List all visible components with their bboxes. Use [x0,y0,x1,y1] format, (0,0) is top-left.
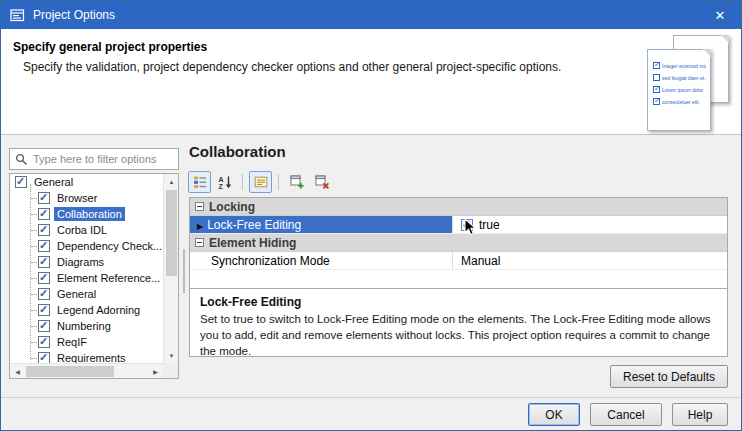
checkbox-icon[interactable] [38,208,50,220]
checkbox-icon[interactable] [38,192,50,204]
property-label: Lock-Free Editing [207,218,301,232]
checkbox-icon [653,74,660,81]
tree-item-reqif[interactable]: ReqIF [10,334,163,350]
window-title: Project Options [33,8,115,22]
checkbox-icon[interactable] [38,224,50,236]
property-grid: Locking Lock-Free Editing true Element H… [190,198,727,289]
expand-row-icon[interactable] [197,218,203,232]
checkbox-icon[interactable] [38,256,50,268]
expand-all-button[interactable] [285,171,308,193]
illustration-text: sed feugiat diam et. [662,75,706,81]
description-body: Set to true to switch to Lock-Free Editi… [200,312,717,356]
illustration-text: consectetuer elit. [662,99,700,105]
project-options-dialog: Project Options ✕ Specify general projec… [0,0,742,431]
group-label: Element Hiding [209,236,296,250]
tree-item-label: Browser [54,191,100,205]
ok-button[interactable]: OK [528,403,580,426]
expand-all-icon [290,175,304,189]
group-row-locking[interactable]: Locking [190,198,727,216]
tree-item-general[interactable]: General [10,286,163,302]
reset-to-defaults-button[interactable]: Reset to Defaults [610,365,728,388]
tree-item-collaboration[interactable]: Collaboration [10,206,163,222]
illustration-row: Integer euismod mollis [653,62,706,69]
tree-item-numbering[interactable]: Numbering [10,318,163,334]
group-row-element-hiding[interactable]: Element Hiding [190,234,727,252]
illustration-text: Integer euismod mollis [662,63,706,69]
banner-description: Specify the validation, project dependen… [23,60,561,74]
close-button[interactable]: ✕ [699,1,741,29]
scroll-right-icon[interactable] [148,364,163,379]
tree-item-dependency-checker[interactable]: Dependency Check... [10,238,163,254]
banner: Specify general project properties Speci… [1,29,741,135]
illustration-row: sed feugiat diam et. [653,74,706,81]
search-icon [15,153,28,166]
collapse-group-icon[interactable] [195,238,204,247]
property-row-lock-free-editing[interactable]: Lock-Free Editing true [190,216,727,234]
checkbox-icon [653,86,660,93]
alphabetical-sort-icon: A Z [218,175,232,189]
property-value: true [479,218,500,232]
property-pane: Locking Lock-Free Editing true Element H… [189,197,728,357]
tree-item-label: ReqIF [54,335,90,349]
show-description-icon [254,175,268,189]
categorized-view-button[interactable] [188,171,211,193]
group-label: Locking [209,200,255,214]
svg-text:A: A [218,175,223,182]
tree-item-corba-idl[interactable]: Corba IDL [10,222,163,238]
tree-item-label: Requirements [54,351,128,363]
property-row-synchronization-mode[interactable]: Synchronization Mode Manual [190,252,727,270]
illustration-front-page: Integer euismod mollis sed feugiat diam … [647,49,711,131]
vertical-scrollbar-thumb[interactable] [166,190,177,276]
tree-item-label: Numbering [54,319,114,333]
checkbox-icon [653,98,660,105]
checkbox-icon[interactable] [38,320,50,332]
help-button[interactable]: Help [672,403,728,426]
tree-item-label: Element Reference... [54,271,163,285]
tree-item-label: Diagrams [54,255,107,269]
scroll-up-icon[interactable] [164,174,179,189]
checkbox-icon[interactable] [38,336,50,348]
alphabetical-sort-button[interactable]: A Z [213,171,236,193]
title-bar[interactable]: Project Options ✕ [1,1,741,29]
filter-input[interactable] [33,153,173,165]
toolbar-separator [242,174,243,190]
property-value: Manual [461,254,500,268]
checkbox-icon[interactable] [38,352,50,363]
horizontal-scrollbar-thumb[interactable] [26,366,114,377]
mouse-cursor [464,218,476,236]
checkbox-icon [653,62,660,69]
cancel-button[interactable]: Cancel [590,403,662,426]
footer-separator [1,397,741,398]
description-panel: Lock-Free Editing Set to true to switch … [190,289,727,356]
collapse-all-button[interactable] [310,171,333,193]
properties-toolbar: A Z [188,170,333,193]
tree-item-element-references[interactable]: Element Reference... [10,270,163,286]
illustration-text: Lorem ipsum dolor [662,87,703,93]
tree-item-general-root[interactable]: General [10,174,163,190]
checkbox-icon[interactable] [15,176,27,188]
checkbox-icon[interactable] [38,288,50,300]
scrollbar-corner [163,363,178,378]
collapse-group-icon[interactable] [195,202,204,211]
tree-item-diagrams[interactable]: Diagrams [10,254,163,270]
panel-splitter[interactable] [183,249,185,293]
banner-title: Specify general project properties [13,40,207,54]
checkbox-icon[interactable] [38,272,50,284]
checklist-illustration: Integer euismod mollis sed feugiat diam … [647,35,729,131]
tree-item-requirements[interactable]: Requirements [10,350,163,363]
tree-item-label: Collaboration [54,207,125,221]
window-icon [10,8,25,23]
checkbox-icon[interactable] [38,304,50,316]
checkbox-icon[interactable] [38,240,50,252]
tree-horizontal-scrollbar[interactable] [10,363,163,378]
tree-item-legend-adorning[interactable]: Legend Adorning [10,302,163,318]
scroll-down-icon[interactable] [164,348,179,363]
tree-item-browser[interactable]: Browser [10,190,163,206]
tree-vertical-scrollbar[interactable] [163,174,178,363]
description-title: Lock-Free Editing [200,295,717,309]
collapse-all-icon [315,175,329,189]
filter-box [9,148,179,170]
show-description-button[interactable] [249,171,272,193]
scroll-left-icon[interactable] [10,364,25,379]
illustration-row: consectetuer elit. [653,98,706,105]
